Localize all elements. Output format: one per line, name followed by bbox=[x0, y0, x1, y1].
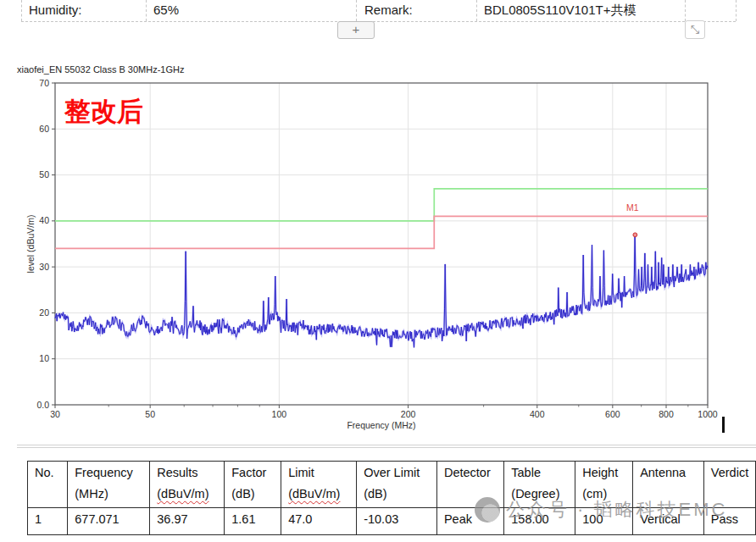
y-tick-label: 0.0 bbox=[36, 400, 49, 410]
cell-border bbox=[356, 0, 357, 21]
cell-border bbox=[21, 0, 22, 21]
chart-title: xiaofei_EN 55032 Class B 30MHz-1GHz bbox=[17, 64, 184, 75]
y-tick-label: 30 bbox=[39, 262, 49, 272]
y-tick-label: 40 bbox=[39, 215, 49, 225]
cell-border bbox=[685, 0, 686, 21]
table-cell: 677.071 bbox=[68, 508, 150, 535]
column-header: Results(dBuV/m) bbox=[150, 462, 225, 508]
y-tick-label: 60 bbox=[39, 124, 49, 134]
remark-value-field[interactable]: BDL0805S110V101T+共模 bbox=[484, 3, 636, 19]
table-cell: 158.00 bbox=[504, 508, 575, 535]
remark-label: Remark: bbox=[364, 3, 413, 17]
add-row-button[interactable]: + bbox=[337, 21, 375, 39]
splitter-divider[interactable] bbox=[17, 445, 756, 448]
y-tick-label: 20 bbox=[39, 307, 49, 318]
emission-spectrum-chart: 0.01020304050607030501002004006008001000… bbox=[0, 51, 756, 440]
column-header: No. bbox=[28, 462, 68, 508]
x-tick-label: 200 bbox=[401, 409, 416, 419]
y-tick-label: 50 bbox=[39, 169, 49, 180]
marker-dot bbox=[633, 233, 637, 237]
text-cursor bbox=[722, 417, 725, 433]
humidity-label: Humidity: bbox=[29, 3, 82, 17]
x-axis-label: Frequency (MHz) bbox=[347, 420, 415, 430]
column-header: Over Limit(dB) bbox=[357, 462, 437, 508]
x-tick-label: 800 bbox=[659, 409, 674, 419]
column-header: Factor(dB) bbox=[225, 462, 281, 508]
x-tick-label: 100 bbox=[272, 409, 287, 419]
table-cell: Pass bbox=[703, 508, 755, 535]
table-header-row: No.Frequency(MHz)Results(dBuV/m)Factor(d… bbox=[28, 462, 756, 508]
y-axis-label: level (dBuV/m) bbox=[25, 215, 36, 274]
table-cell: Vertical bbox=[633, 508, 704, 535]
table-cell: 36.97 bbox=[150, 508, 225, 535]
annotation-text: 整改后 bbox=[64, 97, 143, 126]
cell-border bbox=[21, 21, 736, 22]
table-cell: -10.03 bbox=[357, 508, 437, 535]
y-tick-label: 70 bbox=[39, 78, 49, 88]
plot-border bbox=[55, 83, 708, 405]
y-tick-label: 10 bbox=[39, 353, 49, 363]
table-cell: Peak bbox=[436, 508, 503, 535]
column-header: Detector bbox=[436, 462, 503, 508]
x-tick-label: 600 bbox=[605, 409, 620, 419]
column-header: Antenna bbox=[633, 462, 704, 508]
marker-label: M1 bbox=[626, 202, 639, 213]
column-header: Limit(dBuV/m) bbox=[281, 462, 357, 508]
table-cell: 1.61 bbox=[225, 508, 281, 535]
x-tick-label: 1000 bbox=[698, 409, 718, 419]
top-info-bar: Humidity: 65% Remark: BDL0805S110V101T+共… bbox=[0, 0, 756, 22]
table-cell: 1 bbox=[28, 508, 68, 535]
humidity-value-field[interactable]: 65% bbox=[153, 3, 179, 17]
column-header: Verdict bbox=[703, 462, 755, 508]
cell-border bbox=[736, 0, 737, 21]
table-cell: 47.0 bbox=[281, 508, 357, 535]
cell-border bbox=[146, 0, 147, 21]
results-table: No.Frequency(MHz)Results(dBuV/m)Factor(d… bbox=[27, 461, 756, 535]
x-tick-label: 400 bbox=[530, 409, 545, 419]
column-header: Table(Degree) bbox=[504, 462, 575, 508]
cell-border bbox=[476, 0, 477, 21]
column-header: Frequency(MHz) bbox=[68, 462, 150, 508]
column-header: Height(cm) bbox=[575, 462, 633, 508]
expand-icon[interactable]: ⤡ bbox=[685, 20, 705, 39]
table-cell: 100 bbox=[575, 508, 633, 535]
x-tick-label: 30 bbox=[50, 409, 60, 419]
table-row: 1677.07136.971.6147.0-10.03Peak158.00100… bbox=[28, 508, 756, 535]
x-tick-label: 50 bbox=[145, 409, 155, 419]
